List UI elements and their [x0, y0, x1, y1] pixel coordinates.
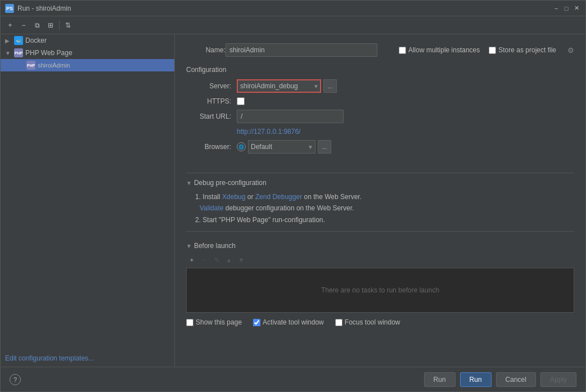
- php-arrow: ▼: [5, 50, 12, 56]
- debug-step1-suffix: on the Web Server.: [302, 193, 362, 201]
- store-project-checkbox[interactable]: [489, 47, 496, 54]
- window-title: Run - shiroiAdmin: [17, 4, 552, 12]
- config-label: shiroiAdmin: [38, 62, 70, 69]
- settings-gear-icon[interactable]: ⚙: [567, 46, 574, 55]
- debug-step-1b: Validate debugger configuration on the W…: [195, 202, 574, 214]
- minimize-button[interactable]: −: [552, 4, 561, 13]
- app-icon: PS: [5, 4, 14, 13]
- allow-multiple-checkbox-label[interactable]: Allow multiple instances: [399, 46, 480, 54]
- show-this-page-checkbox[interactable]: [186, 319, 193, 326]
- copy-config-button[interactable]: ⧉: [31, 19, 43, 31]
- activate-tool-window-label[interactable]: Activate tool window: [253, 318, 324, 326]
- apply-button[interactable]: Apply: [540, 372, 576, 387]
- browser-label: Browser:: [186, 143, 231, 151]
- name-input[interactable]: [226, 43, 377, 57]
- server-select-wrapper: shiroiAdmin_debug ▼: [237, 79, 321, 93]
- main-content: ▶ 🐳 Docker ▼ PHP PHP Web Page PHP shiroi…: [1, 34, 585, 367]
- debug-preconfig-section: ▼ Debug pre-configuration 1. Install Xde…: [186, 179, 574, 226]
- allow-multiple-label: Allow multiple instances: [408, 46, 480, 54]
- validate-link[interactable]: Validate: [200, 204, 223, 212]
- browser-select[interactable]: Default: [248, 140, 315, 154]
- close-button[interactable]: ✕: [572, 4, 581, 13]
- debug-preconfig-header[interactable]: ▼ Debug pre-configuration: [186, 179, 574, 187]
- focus-tool-window-text: Focus tool window: [345, 318, 400, 326]
- docker-arrow: ▶: [5, 38, 12, 44]
- start-url-input[interactable]: [237, 110, 344, 123]
- server-select[interactable]: shiroiAdmin_debug: [237, 79, 321, 93]
- toolbar-separator: [59, 20, 60, 30]
- name-label: Name:: [186, 46, 226, 54]
- bl-down-button: ▼: [236, 254, 247, 265]
- docker-label: Docker: [25, 37, 47, 44]
- remove-config-button[interactable]: −: [17, 19, 30, 31]
- config-icon: PHP: [26, 61, 35, 70]
- activate-tool-window-text: Activate tool window: [263, 318, 324, 326]
- bl-edit-button: ✎: [211, 254, 222, 265]
- docker-icon: 🐳: [14, 36, 23, 45]
- run-button-1[interactable]: Run: [424, 372, 456, 387]
- bl-up-button: ▲: [223, 254, 235, 265]
- https-row: HTTPS:: [186, 97, 574, 105]
- before-launch-header[interactable]: ▼ Before launch: [186, 242, 574, 250]
- server-label: Server:: [186, 82, 231, 90]
- php-web-page-label: PHP Web Page: [25, 49, 73, 57]
- configuration-section: Configuration Server: shiroiAdmin_debug …: [186, 66, 574, 158]
- resolved-url-link[interactable]: http://127.0.0.1:9876/: [237, 128, 574, 136]
- debug-collapse-arrow: ▼: [186, 180, 192, 186]
- show-this-page-label[interactable]: Show this page: [186, 318, 242, 326]
- edit-config-templates-link[interactable]: Edit configuration templates...: [1, 350, 174, 367]
- no-tasks-label: There are no tasks to run before launch: [321, 286, 439, 294]
- php-web-page-icon: PHP: [14, 48, 23, 57]
- debug-step1b-suffix: debugger configuration on the Web Server…: [223, 204, 354, 212]
- focus-tool-window-label[interactable]: Focus tool window: [335, 318, 400, 326]
- move-config-button[interactable]: ⊞: [44, 19, 57, 31]
- https-label: HTTPS:: [186, 97, 231, 105]
- toolbar: + − ⧉ ⊞ ⇅: [1, 16, 585, 34]
- before-launch-section: ▼ Before launch + − ✎ ▲ ▼ There are no t…: [186, 242, 574, 313]
- sidebar-item-php-web-page[interactable]: ▼ PHP PHP Web Page: [1, 47, 174, 59]
- help-icon: ?: [13, 376, 17, 383]
- server-ellipsis-button[interactable]: ...: [323, 79, 337, 93]
- sidebar-item-shiroiadmin[interactable]: PHP shiroiAdmin: [1, 59, 174, 71]
- run-button-2[interactable]: Run: [460, 372, 492, 387]
- configuration-label: Configuration: [186, 66, 574, 74]
- debug-steps: 1. Install Xdebug or Zend Debugger on th…: [195, 191, 574, 226]
- right-panel: Name: Allow multiple instances Store as …: [175, 34, 585, 367]
- add-config-button[interactable]: +: [4, 19, 16, 31]
- start-url-label: Start URL:: [186, 112, 231, 120]
- divider-2: [186, 231, 574, 232]
- cancel-button[interactable]: Cancel: [496, 372, 536, 387]
- debug-step1-or: or: [245, 193, 255, 201]
- bl-add-button[interactable]: +: [186, 254, 197, 265]
- debug-step1-prefix: 1. Install: [195, 193, 222, 201]
- zend-debugger-link[interactable]: Zend Debugger: [255, 193, 302, 201]
- debug-preconfig-label: Debug pre-configuration: [194, 179, 267, 187]
- main-window: PS Run - shiroiAdmin − □ ✕ + − ⧉ ⊞ ⇅ ▶ 🐳…: [0, 0, 586, 392]
- sidebar-item-docker[interactable]: ▶ 🐳 Docker: [1, 34, 174, 47]
- allow-multiple-checkbox[interactable]: [399, 47, 406, 54]
- debug-step-2: 2. Start "PHP Web Page" run-configuratio…: [195, 214, 574, 226]
- activate-tool-window-checkbox[interactable]: [253, 319, 260, 326]
- before-launch-area: There are no tasks to run before launch: [186, 268, 574, 313]
- browser-row: Browser: 🌐 Default ▼ ...: [186, 140, 574, 154]
- store-project-checkbox-label[interactable]: Store as project file: [489, 46, 556, 54]
- maximize-button[interactable]: □: [562, 4, 571, 13]
- before-launch-toolbar: + − ✎ ▲ ▼: [186, 254, 574, 265]
- footer-left: ?: [10, 374, 21, 385]
- server-input-row: shiroiAdmin_debug ▼ ...: [237, 79, 337, 93]
- bottom-checkboxes: Show this page Activate tool window Focu…: [186, 318, 574, 326]
- sort-button[interactable]: ⇅: [62, 19, 74, 31]
- focus-tool-window-checkbox[interactable]: [335, 319, 342, 326]
- name-options-row: Name: Allow multiple instances Store as …: [186, 43, 574, 57]
- start-url-row: Start URL:: [186, 110, 574, 123]
- before-launch-arrow: ▼: [186, 243, 192, 249]
- footer: ? Run Run Cancel Apply: [1, 367, 585, 391]
- before-launch-label: Before launch: [194, 242, 236, 250]
- left-panel: ▶ 🐳 Docker ▼ PHP PHP Web Page PHP shiroi…: [1, 34, 175, 367]
- xdebug-link[interactable]: Xdebug: [222, 193, 245, 201]
- title-bar: PS Run - shiroiAdmin − □ ✕: [1, 1, 585, 16]
- https-checkbox[interactable]: [237, 97, 245, 105]
- divider-1: [186, 173, 574, 173]
- browser-ellipsis-button[interactable]: ...: [318, 140, 331, 154]
- help-button[interactable]: ?: [10, 374, 21, 385]
